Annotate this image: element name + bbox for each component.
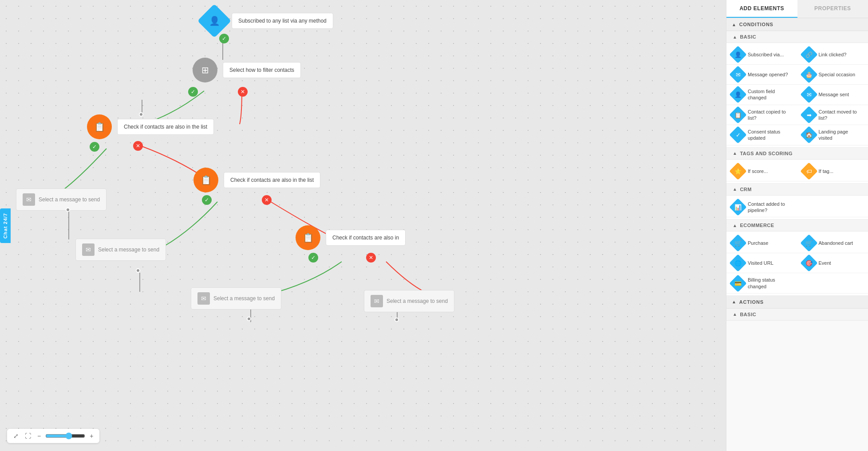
tags-scoring-subsection-header[interactable]: ▲ TAGS AND SCORING [726, 148, 868, 160]
message1-box[interactable]: ✉ Select a message to send [16, 188, 107, 211]
message4-node[interactable]: ✉ Select a message to send [364, 290, 454, 312]
tags-scoring-grid: ⭐ If score... 🏷 If tag... [726, 160, 868, 184]
elem-link-clicked[interactable]: 🔗 Link clicked? [797, 45, 868, 65]
elem-contact-copied[interactable]: 📋 Contact copied to list? [726, 105, 797, 125]
message2-node[interactable]: ✉ Select a message to send [75, 239, 166, 261]
tab-properties[interactable]: PROPERTIES [797, 0, 868, 18]
condition2-label[interactable]: Check if contacts are also in the list [224, 172, 320, 188]
elem-purchase[interactable]: 🛒 Purchase [726, 233, 797, 253]
elem-contact-pipeline[interactable]: 📊 Contact added to pipeline? [726, 197, 797, 218]
cond3-cross[interactable]: ✕ [366, 253, 376, 263]
filter-label[interactable]: Select how to filter contacts [223, 62, 301, 78]
filter-circle: ⊞ [193, 58, 217, 82]
message3-box[interactable]: ✉ Select a message to send [191, 287, 281, 310]
filter-node[interactable]: ⊞ Select how to filter contacts [193, 58, 301, 82]
ecommerce-subsection-header[interactable]: ▲ ECOMMERCE [726, 220, 868, 231]
elem-billing-status[interactable]: 💳 Billing status changed [726, 273, 797, 294]
condition1-label[interactable]: Check if contacts are also in the list [117, 119, 214, 135]
connector-dot-m3 [247, 317, 251, 321]
elem-event[interactable]: 🎯 Event [797, 253, 868, 273]
trigger-node[interactable]: 👤 Subscribed to any list via any method [202, 9, 333, 33]
elem-message-sent[interactable]: ✉ Message sent [797, 85, 868, 105]
elem-visited-url[interactable]: 🌐 Visited URL [726, 253, 797, 273]
condition2-node[interactable]: 📋 Check if contacts are also in the list [193, 168, 320, 192]
chat-widget[interactable]: Chat 24/7 [0, 208, 11, 243]
tab-add-elements[interactable]: ADD ELEMENTS [726, 0, 797, 18]
message1-node[interactable]: ✉ Select a message to send [16, 188, 107, 211]
zoom-in-button[interactable]: + [88, 431, 95, 440]
message3-node[interactable]: ✉ Select a message to send [191, 287, 281, 310]
trigger-label[interactable]: Subscribed to any list via any method [232, 13, 333, 29]
fullscreen-button[interactable]: ⛶ [23, 431, 33, 440]
connector-dot-m1 [66, 208, 70, 212]
right-panel: ADD ELEMENTS PROPERTIES ▲ CONDITIONS ▲ B… [726, 0, 868, 451]
basic-subsection-header[interactable]: ▲ BASIC [726, 31, 868, 43]
basic-elements-grid: 👤 Subscribed via... 🔗 Link clicked? ✉ Me… [726, 43, 868, 148]
condition3-label[interactable]: Check if contacts are also in [326, 230, 406, 246]
elem-ecommerce-placeholder [797, 273, 868, 294]
trigger-diamond: 👤 [197, 4, 231, 38]
cond3-check[interactable]: ✓ [308, 253, 318, 263]
filter-cross[interactable]: ✕ [238, 87, 248, 97]
crm-subsection-header[interactable]: ▲ CRM [726, 184, 868, 196]
elem-if-tag[interactable]: 🏷 If tag... [797, 161, 868, 181]
condition1-node[interactable]: 📋 Check if contacts are also in the list [87, 114, 214, 139]
elem-landing-page[interactable]: 🏠 Landing page visited [797, 125, 868, 145]
cond2-check[interactable]: ✓ [202, 195, 212, 205]
elem-consent-status[interactable]: ✓ Consent status updated [726, 125, 797, 145]
elem-special-occasion[interactable]: 🎂 Special occasion [797, 65, 868, 85]
elem-custom-field[interactable]: 👤 Custom field changed [726, 85, 797, 105]
ecommerce-grid: 🛒 Purchase 🛒 Abandoned cart 🌐 Visited UR… [726, 231, 868, 296]
elem-crm-placeholder [797, 197, 868, 218]
crm-grid: 📊 Contact added to pipeline? [726, 196, 868, 220]
actions-section-header[interactable]: ▲ ACTIONS [726, 296, 868, 309]
connector-dot-m4 [395, 318, 399, 322]
panel-tabs: ADD ELEMENTS PROPERTIES [726, 0, 868, 18]
cond2-cross[interactable]: ✕ [262, 195, 272, 205]
condition2-circle: 📋 [193, 168, 218, 192]
elem-abandoned-cart[interactable]: 🛒 Abandoned cart [797, 233, 868, 253]
canvas-area[interactable]: 👤 Subscribed to any list via any method … [0, 0, 726, 451]
zoom-slider[interactable] [45, 432, 85, 439]
filter-check[interactable]: ✓ [188, 87, 198, 97]
condition3-node[interactable]: 📋 Check if contacts are also in [296, 225, 406, 250]
trigger-check[interactable]: ✓ [219, 34, 229, 43]
actions-basic-subsection-header[interactable]: ▲ BASIC [726, 309, 868, 321]
message4-box[interactable]: ✉ Select a message to send [364, 290, 454, 312]
conditions-section-header[interactable]: ▲ CONDITIONS [726, 18, 868, 31]
elem-subscribed-via[interactable]: 👤 Subscribed via... [726, 45, 797, 65]
connector-dot-m2 [136, 268, 140, 273]
bottom-toolbar: ⤢ ⛶ − + [7, 429, 99, 443]
message2-box[interactable]: ✉ Select a message to send [75, 239, 166, 261]
condition1-circle: 📋 [87, 114, 112, 139]
cond1-cross[interactable]: ✕ [133, 141, 143, 151]
elem-contact-moved[interactable]: ➡ Contact moved to list? [797, 105, 868, 125]
condition3-circle: 📋 [296, 225, 320, 250]
fit-view-button[interactable]: ⤢ [12, 431, 20, 440]
zoom-out-button[interactable]: − [36, 431, 43, 440]
elem-message-opened[interactable]: ✉ Message opened? [726, 65, 797, 85]
elem-if-score[interactable]: ⭐ If score... [726, 161, 797, 181]
cond1-check[interactable]: ✓ [90, 142, 99, 152]
